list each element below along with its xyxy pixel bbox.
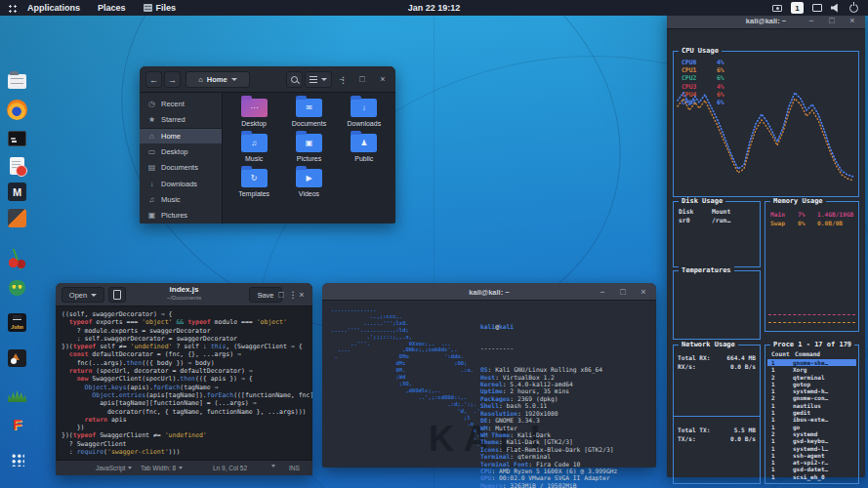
dock-icon-burpsuite[interactable] <box>4 205 30 231</box>
menu-places-label: Places <box>98 3 126 13</box>
dock-icon-metasploit[interactable]: M <box>4 179 30 205</box>
process-row[interactable]: 1at-spi2-r… <box>767 459 856 466</box>
sidebar-item-pictures[interactable]: ▣Pictures <box>140 208 222 224</box>
mail-icon: ✉ <box>306 104 312 112</box>
process-row[interactable]: 1go <box>767 424 856 430</box>
dock-icon-firefox[interactable] <box>4 97 30 123</box>
process-command: at-spi2-r… <box>793 459 828 466</box>
folder-desktop[interactable]: ⋯Desktop <box>227 99 281 127</box>
cursor-position[interactable]: Ln 9, Col 52 <box>213 465 247 471</box>
info-value: 00:02.0 VMware SVGA II Adapter <box>499 474 610 481</box>
menu-applications[interactable]: Applications <box>19 0 89 16</box>
folder-documents[interactable]: ✉Documents <box>281 99 336 127</box>
folder-templates[interactable]: ↻Templates <box>227 169 281 197</box>
process-command: gsd-datet… <box>793 466 828 472</box>
dock-icon-files[interactable] <box>4 68 30 95</box>
code-line: Object.keys(apis).forEach(tagName ⇒ <box>62 384 312 391</box>
path-button[interactable]: ⌂ Home <box>186 71 250 88</box>
process-row[interactable]: 1gsd-keybo… <box>767 437 856 444</box>
memory-label: Main <box>770 210 798 219</box>
close-button[interactable]: × <box>295 288 309 302</box>
maximize-button[interactable]: □ <box>825 14 839 27</box>
process-row[interactable]: 1nautilus <box>767 402 856 409</box>
dock-icon-grass-tool[interactable] <box>4 380 30 406</box>
sidebar-item-downloads[interactable]: ↓Downloads <box>140 176 222 191</box>
sidebar-item-music[interactable]: ♫Music <box>140 191 222 207</box>
process-command: systemd-l… <box>793 445 828 452</box>
search-button[interactable] <box>286 71 303 88</box>
folder-videos[interactable]: ▶Videos <box>281 169 336 197</box>
process-row[interactable]: 1gotop <box>767 381 856 387</box>
process-row[interactable]: 1gedit <box>767 409 856 416</box>
view-toggle-button[interactable] <box>305 71 332 88</box>
sidebar-item-recent[interactable]: ◷Recent <box>140 96 222 111</box>
minimize-button[interactable]: − <box>335 72 349 86</box>
process-row[interactable]: 2qterminal <box>767 374 856 381</box>
minimize-button[interactable]: − <box>805 14 818 27</box>
close-button[interactable]: × <box>376 72 390 86</box>
folder-music[interactable]: ♫Music <box>227 134 281 162</box>
language-selector[interactable]: JavaScript <box>96 465 132 471</box>
folder-downloads[interactable]: ↓Downloads <box>337 99 392 127</box>
info-wm: WM: Mutter <box>480 425 617 431</box>
new-document-icon <box>113 290 121 300</box>
open-button[interactable]: Open <box>62 287 104 303</box>
display-icon[interactable] <box>812 4 822 12</box>
dock-icon-text-editor[interactable] <box>4 152 30 179</box>
info-os: OS: Kali GNU/Linux Rolling x86_64 <box>480 366 617 373</box>
workspace-badge[interactable]: 1 <box>791 2 804 14</box>
folder-public[interactable]: ♟Public <box>337 134 392 162</box>
info-shell: Shell: bash 5.0.11 <box>480 402 617 409</box>
folder-icon: ▣ <box>296 134 322 152</box>
power-icon[interactable] <box>849 4 858 13</box>
process-row[interactable]: 1systemd-l… <box>767 445 856 452</box>
process-command: scsi_eh_0 <box>793 473 825 480</box>
maximize-button[interactable]: □ <box>274 288 288 302</box>
folder-label: Desktop <box>241 120 267 127</box>
dock-icon-dog-mascot-tool[interactable] <box>4 345 30 371</box>
process-row[interactable]: 1gsd-datet… <box>767 466 856 472</box>
dock-icon-faraday[interactable]: F <box>4 411 30 437</box>
statusbar-dropdown[interactable] <box>271 465 275 468</box>
forward-button[interactable]: → <box>164 71 181 88</box>
document-icon: ▤ <box>147 163 156 172</box>
menu-places[interactable]: Places <box>89 0 135 16</box>
dock-icon-john-the-ripper[interactable]: John <box>4 309 30 336</box>
sidebar-item-starred[interactable]: ★Starred <box>140 111 222 127</box>
menu-files[interactable]: Files <box>135 0 186 16</box>
sidebar-item-documents[interactable]: ▤Documents <box>140 160 222 176</box>
process-row[interactable]: 2gnome-con… <box>767 394 856 401</box>
memory-main-graph-line <box>768 314 855 315</box>
process-row[interactable]: 1scsi_eh_0 <box>767 473 856 480</box>
maximize-button[interactable]: □ <box>355 72 369 86</box>
screenshot-tray-icon[interactable] <box>772 5 782 12</box>
minimize-button[interactable]: − <box>254 288 268 302</box>
info-icons: Icons: Flat-Remix-Blue-Dark [GTK2/3] <box>480 446 617 453</box>
maximize-button[interactable]: □ <box>616 285 630 299</box>
process-row[interactable]: 1ibus-exte… <box>767 416 856 423</box>
sidebar-item-desktop[interactable]: ▭Desktop <box>140 143 222 159</box>
code-editor-area[interactable]: ((self, swaggerDecorator) ⇒ { typeof exp… <box>56 306 312 460</box>
language-label: JavaScript <box>96 465 125 471</box>
tab-width-selector[interactable]: Tab Width: 8 <box>141 465 183 471</box>
dock-icon-terminal[interactable] <box>4 125 30 151</box>
process-row[interactable]: 1systemd-h… <box>767 387 856 394</box>
sidebar-item-home[interactable]: ⌂Home <box>140 128 222 143</box>
close-button[interactable]: × <box>637 285 650 299</box>
minimize-button[interactable]: − <box>596 285 609 299</box>
process-row[interactable]: 2systemd <box>767 430 856 437</box>
activities-grid-icon[interactable] <box>8 4 19 13</box>
dock-icon-cherrytree[interactable] <box>4 246 30 272</box>
back-button[interactable]: ← <box>145 71 162 88</box>
folder-pictures[interactable]: ▣Pictures <box>281 134 336 162</box>
process-row[interactable]: 1ssh-agent <box>767 452 856 459</box>
text-editor-icon <box>10 157 24 175</box>
volume-icon[interactable] <box>831 4 841 13</box>
files-menu-icon <box>144 4 152 12</box>
dock-icon-app-grid[interactable] <box>4 446 30 472</box>
process-row[interactable]: 1gnome-she… <box>767 359 856 366</box>
dock-icon-beef[interactable] <box>4 274 30 301</box>
close-button[interactable]: × <box>846 14 859 27</box>
new-document-button[interactable] <box>108 287 126 303</box>
process-row[interactable]: 1Xorg <box>767 366 856 373</box>
